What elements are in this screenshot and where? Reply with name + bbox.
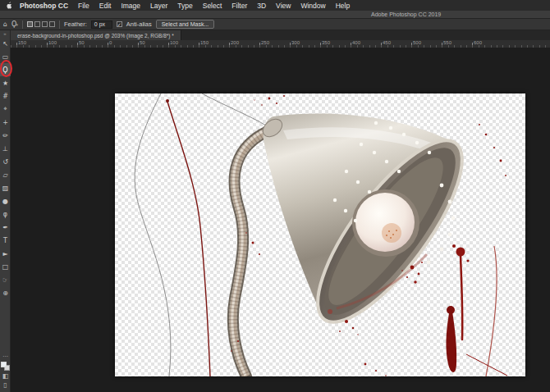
menu-item-3d[interactable]: 3D	[252, 2, 271, 10]
clone-stamp-tool[interactable]: ⊥	[0, 142, 11, 155]
ruler-label: 350	[322, 40, 330, 45]
ruler-tick	[351, 43, 351, 48]
add-to-selection[interactable]	[34, 21, 40, 27]
eyedropper-tool[interactable]: ⌖	[0, 103, 11, 116]
type-tool[interactable]: T	[0, 234, 11, 247]
photoshop-window: Photoshop CCFileEditImageLayerTypeSelect…	[0, 0, 550, 392]
menu-item-image[interactable]: Image	[116, 2, 145, 10]
ruler-tick	[320, 43, 321, 48]
hand-tool[interactable]: ☞	[0, 273, 11, 286]
gradient-tool[interactable]: ▨	[0, 181, 11, 194]
ruler-label: 500	[413, 40, 421, 45]
shape-tool[interactable]: □	[0, 260, 11, 273]
lamp-photo	[115, 93, 525, 376]
screen-mode-icon[interactable]: ▯	[3, 382, 7, 389]
document-tab[interactable]: erase-background-in-photoshop.psd @ 203%…	[11, 30, 181, 40]
ruler-tick	[47, 43, 48, 48]
menu-item-edit[interactable]: Edit	[94, 2, 117, 10]
zoom-tool[interactable]: ⊕	[0, 286, 11, 299]
ruler-label: 150	[200, 40, 209, 45]
new-selection[interactable]	[27, 21, 33, 27]
ruler-tick	[199, 43, 199, 48]
home-icon[interactable]: ⌂	[3, 21, 7, 28]
ruler-label: 550	[443, 40, 451, 45]
crop-tool[interactable]: #	[0, 89, 11, 103]
ruler-tick	[168, 43, 169, 48]
select-and-mask-button[interactable]: Select and Mask...	[156, 20, 215, 29]
options-separator	[22, 21, 23, 29]
options-bar: ⌂ Ϙ ▾ Feather: 0 px ✓ Anti-alias Select …	[0, 19, 550, 30]
blur-tool[interactable]: ●	[0, 194, 11, 207]
ruler-label: 200	[231, 40, 239, 45]
ruler-label: 400	[352, 40, 360, 45]
apple-logo-icon[interactable]	[5, 2, 13, 10]
healing-brush-tool[interactable]: +	[0, 116, 11, 129]
selection-modes	[27, 21, 55, 27]
menu-item-file[interactable]: File	[73, 2, 94, 10]
document-tab-bar: erase-background-in-photoshop.psd @ 203%…	[11, 30, 550, 40]
ruler-label: 50	[140, 40, 145, 45]
quick-mask-icon[interactable]: ◧	[2, 373, 9, 380]
menu-item-window[interactable]: Window	[296, 2, 330, 10]
ruler-horizontal[interactable]: 1501005005010015020025030035040045050055…	[11, 40, 550, 48]
toolbar-collapse-icon[interactable]: »	[0, 30, 10, 37]
eraser-tool[interactable]: ▱	[0, 168, 11, 181]
ruler-label: 150	[18, 40, 26, 45]
path-selection-tool[interactable]: ►	[0, 247, 11, 260]
menu-item-layer[interactable]: Layer	[145, 2, 172, 10]
options-separator	[59, 21, 60, 29]
ruler-label: 0	[109, 40, 112, 45]
menu-bar: Photoshop CCFileEditImageLayerTypeSelect…	[0, 0, 550, 11]
intersect-selection[interactable]	[49, 21, 55, 27]
ruler-tick	[108, 43, 108, 48]
dodge-tool[interactable]: φ	[0, 207, 11, 221]
ruler-label: 100	[170, 40, 178, 45]
anti-alias-label: Anti-alias	[126, 21, 152, 28]
move-tool[interactable]: ↖	[0, 37, 11, 50]
menu-item-type[interactable]: Type	[172, 2, 197, 10]
annotation-circle	[0, 60, 12, 77]
color-swatches[interactable]	[1, 362, 10, 371]
edit-toolbar-icon[interactable]: ⋯	[2, 354, 8, 359]
ruler-tick	[138, 43, 139, 48]
ruler-label: 250	[261, 40, 269, 45]
ruler-tick	[77, 43, 78, 48]
ruler-label: 100	[48, 40, 57, 45]
toolbar-bottom: ⋯ ◧ ▯	[0, 354, 11, 389]
menu-item-help[interactable]: Help	[331, 2, 355, 10]
window-title-bar: Adobe Photoshop CC 2019	[0, 11, 550, 19]
ruler-tick	[290, 43, 291, 48]
ruler-label: 450	[383, 40, 391, 45]
foreground-color-swatch[interactable]	[1, 362, 7, 367]
ruler-tick	[442, 43, 442, 48]
menu-item-filter[interactable]: Filter	[227, 2, 252, 10]
ruler-tick	[259, 43, 260, 48]
ruler-tick	[229, 43, 230, 48]
history-brush-tool[interactable]: ↺	[0, 155, 11, 168]
feather-label: Feather:	[64, 21, 87, 28]
ruler-tick	[381, 43, 382, 48]
canvas-area[interactable]	[11, 48, 550, 392]
subtract-from-selection[interactable]	[42, 21, 48, 27]
ruler-label: 600	[474, 40, 482, 45]
menu-item-photoshop-cc[interactable]: Photoshop CC	[15, 2, 73, 10]
ruler-label: 50	[79, 40, 85, 45]
quick-selection-tool[interactable]: ★	[0, 76, 11, 89]
anti-alias-checkbox[interactable]: ✓	[117, 21, 122, 27]
menu-bar-items: Photoshop CCFileEditImageLayerTypeSelect…	[15, 2, 355, 10]
ruler-tick	[472, 43, 473, 48]
feather-input[interactable]: 0 px	[91, 21, 112, 29]
brush-tool[interactable]: ✏	[0, 129, 11, 142]
pen-tool[interactable]: ✒	[0, 221, 11, 234]
ruler-tick	[16, 43, 17, 48]
window-title: Adobe Photoshop CC 2019	[371, 11, 441, 17]
ruler-label: 300	[291, 40, 300, 45]
menu-item-view[interactable]: View	[271, 2, 296, 10]
ruler-tick	[411, 43, 412, 48]
menu-item-select[interactable]: Select	[198, 2, 227, 10]
document-image[interactable]	[115, 93, 525, 376]
chevron-down-icon[interactable]: ▾	[16, 22, 18, 27]
tools-panel: » ↖▭Ϙ★#⌖+✏⊥↺▱▨●φ✒T►□☞⊕ ⋯ ◧ ▯	[0, 30, 11, 392]
